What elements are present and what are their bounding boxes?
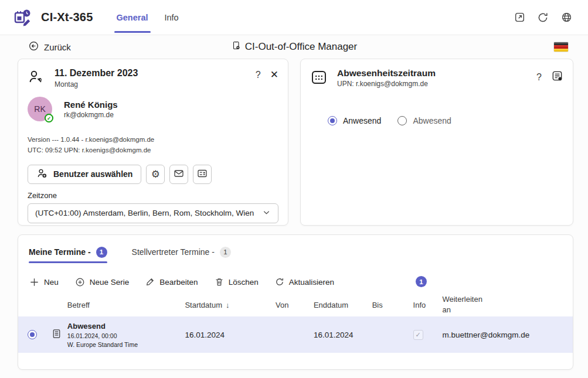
edit-button[interactable]: Bearbeiten: [145, 277, 198, 287]
delete-button[interactable]: Löschen: [214, 277, 259, 287]
tab-meine-termine-label: Meine Termine -: [29, 247, 91, 257]
top-app-bar: CI-Xt-365 General Info: [0, 0, 588, 35]
new-button-label: Neu: [44, 278, 59, 287]
column-header-betreff[interactable]: Betreff: [67, 301, 185, 309]
delete-label: Löschen: [229, 278, 259, 287]
update-label: Aktualisieren: [289, 278, 334, 287]
tab-info[interactable]: Info: [157, 0, 187, 35]
row-select-radio[interactable]: [28, 330, 37, 339]
app-title: CI-Xt-365: [41, 11, 93, 24]
absence-list-form-button[interactable]: [551, 70, 563, 84]
select-user-button[interactable]: Benutzer auswählen: [28, 165, 141, 184]
cell-enddatum: 16.01.2024: [314, 331, 372, 339]
page-title-text: CI-Out-of-Office Manager: [245, 41, 357, 53]
appointments-toolbar: Neu Neue Serie Bearbeiten: [18, 274, 573, 290]
radio-anwesend-label: Anwesend: [343, 116, 381, 125]
column-header-enddatum[interactable]: Enddatum: [314, 301, 372, 309]
column-header-bis[interactable]: Bis: [372, 301, 409, 309]
mail-button[interactable]: [169, 165, 188, 184]
tab-meine-termine-count-badge: 1: [96, 247, 107, 258]
envelope-icon: [173, 168, 185, 181]
top-tab-bar: General Info: [108, 0, 187, 35]
cell-betreff: Abwesend 16.01.2024, 00:00 W. Europe Sta…: [67, 322, 185, 348]
column-header-weiterleiten-an[interactable]: Weiterleiten an: [442, 294, 573, 315]
person-add-icon: [36, 168, 48, 181]
radio-anwesend[interactable]: Anwesend: [328, 116, 381, 125]
column-header-startdatum[interactable]: Startdatum↓: [185, 301, 276, 309]
pencil-icon: [145, 277, 155, 287]
radio-abwesend-label: Abwesend: [413, 116, 451, 125]
language-globe-button[interactable]: [558, 9, 575, 26]
app-logo-icon: [13, 8, 33, 28]
appointment-document-icon: [51, 328, 62, 342]
timezone-select[interactable]: (UTC+01:00) Amsterdam, Berlin, Bern, Rom…: [28, 203, 278, 223]
user-email: rk@dokmgm.de: [64, 111, 118, 119]
app-page-icon: [231, 40, 241, 53]
radio-abwesend-unselected-icon: [397, 116, 407, 125]
appointment-row-selected[interactable]: Abwesend 16.01.2024, 00:00 W. Europe Sta…: [18, 316, 573, 353]
absence-period-card: Abwesenheitszeitraum UPN: r.koenigs@dokm…: [300, 59, 573, 226]
tab-stellvertreter-termine[interactable]: Stellvertreter Termine - 1: [132, 244, 231, 267]
cell-startdatum: 16.01.2024: [185, 331, 276, 339]
table-header-row: Betreff Startdatum↓ Von Enddatum Bis Inf…: [18, 293, 573, 316]
close-button[interactable]: ✕: [270, 70, 278, 80]
column-header-info[interactable]: Info: [409, 301, 443, 309]
selected-date-title: 11. Dezember 2023: [55, 67, 138, 79]
timezone-label: Zeitzone: [28, 191, 278, 200]
cell-weiterleiten-an: m.buettner@dokmgm.de: [442, 331, 573, 339]
tab-general[interactable]: General: [108, 0, 157, 35]
startdatum-label: Startdatum: [185, 301, 222, 309]
tab-stellvertreter-label: Stellvertreter Termine -: [132, 247, 215, 257]
refresh-icon: [536, 11, 549, 24]
update-button[interactable]: Aktualisieren: [274, 277, 334, 287]
absence-card-title: Abwesenheitszeitraum: [337, 67, 436, 79]
circled-plus-icon: [74, 277, 86, 288]
new-button[interactable]: Neu: [29, 277, 59, 288]
version-line-1: Version --- 1.0.44 - r.koenigs@dokmgm.de: [28, 135, 278, 145]
appointment-datetime: 16.01.2024, 00:00: [67, 332, 185, 339]
timezone-value: (UTC+01:00) Amsterdam, Berlin, Bern, Rom…: [35, 209, 254, 217]
info-checkbox-checked[interactable]: ✓: [413, 330, 423, 340]
open-in-new-window-button[interactable]: [511, 9, 528, 26]
version-info: Version --- 1.0.44 - r.koenigs@dokmgm.de…: [28, 135, 278, 156]
trash-icon: [214, 277, 225, 287]
page-title: CI-Out-of-Office Manager: [231, 40, 357, 53]
sort-descending-icon: ↓: [226, 301, 230, 309]
refresh-button[interactable]: [534, 9, 552, 26]
sub-nav-bar: Zurück CI-Out-of-Office Manager: [0, 35, 588, 59]
user-name: René Königs: [64, 100, 118, 110]
appointments-card: Meine Termine - 1 Stellvertreter Termine…: [18, 234, 573, 370]
presence-available-icon: ✓: [45, 114, 53, 122]
appointments-tab-bar: Meine Termine - 1 Stellvertreter Termine…: [18, 244, 573, 267]
tab-meine-termine[interactable]: Meine Termine - 1: [29, 244, 107, 267]
appointment-timezone: W. Europe Standard Time: [67, 341, 185, 348]
chevron-down-icon: [262, 208, 271, 219]
presence-radio-group: Anwesend Abwesend: [328, 116, 563, 125]
details-card-button[interactable]: [193, 165, 212, 184]
gear-icon: ⚙: [151, 169, 160, 179]
tab-stellvertreter-count-badge: 1: [220, 247, 231, 258]
appointment-title: Abwesend: [67, 322, 185, 331]
new-series-button[interactable]: Neue Serie: [74, 277, 130, 288]
cell-info: ✓: [409, 330, 443, 340]
column-header-von[interactable]: Von: [276, 301, 314, 309]
settings-button[interactable]: ⚙: [146, 165, 165, 184]
user-persona: RK ✓ René Königs rk@dokmgm.de: [28, 97, 278, 121]
german-flag-icon[interactable]: [554, 42, 568, 52]
back-arrow-icon: [28, 40, 39, 53]
contact-card-icon: [196, 168, 208, 181]
calendar-icon: [310, 69, 328, 86]
absence-help-button[interactable]: ?: [536, 73, 542, 82]
radio-anwesend-selected-icon: [328, 116, 337, 125]
open-in-new-icon: [514, 11, 526, 23]
globe-icon: [560, 11, 573, 23]
edit-label: Bearbeiten: [159, 278, 198, 287]
radio-abwesend[interactable]: Abwesend: [397, 116, 451, 125]
select-user-label: Benutzer auswählen: [53, 169, 132, 179]
help-button[interactable]: ?: [256, 70, 261, 80]
version-line-2: UTC: 09:52 UPN: r.koenigs@dokmgm.de: [28, 145, 278, 156]
new-series-label: Neue Serie: [90, 278, 130, 287]
back-button[interactable]: Zurück: [28, 40, 71, 53]
selected-count-badge: 1: [416, 276, 427, 287]
absence-upn: UPN: r.koenigs@dokmgm.de: [337, 80, 436, 88]
